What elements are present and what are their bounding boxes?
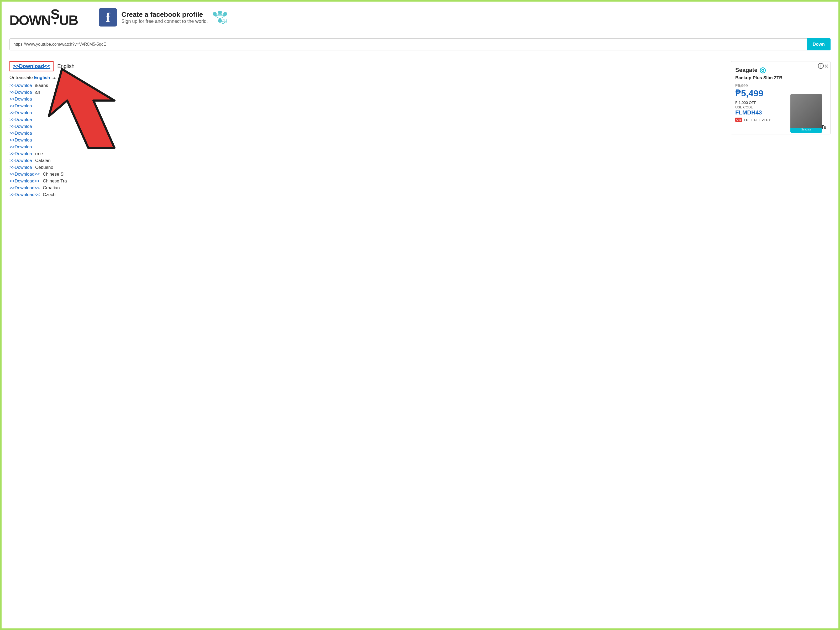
- facebook-icon: f: [99, 8, 117, 27]
- promo-code: FLMDH43: [735, 109, 792, 116]
- fb-text: Create a facebook profile Sign up for fr…: [121, 11, 208, 24]
- seagate-name: Seagate: [735, 67, 757, 74]
- svg-point-1: [218, 11, 222, 14]
- header: DOWNS▼UB f Create a facebook profile Sig…: [2, 2, 838, 33]
- primary-download-row: >>Download<< English: [9, 61, 723, 71]
- list-item: >>Downloa: [9, 96, 723, 102]
- download-link-chinese-simplified[interactable]: >>Download<<: [9, 172, 39, 177]
- download-link-6[interactable]: >>Downloa: [9, 117, 32, 122]
- logo-area: DOWNS▼UB: [9, 6, 78, 28]
- list-item: >>Downloa: [9, 131, 723, 136]
- list-item: >>Downloa: [9, 110, 723, 115]
- price-old: ₱5,990: [735, 83, 792, 88]
- language-list: >>Downloa ikaans >>Downloa an >>Downloa …: [9, 83, 723, 197]
- svg-point-10: [222, 22, 224, 24]
- lang-chinese-simplified: Chinese Si: [43, 172, 64, 177]
- download-link-5[interactable]: >>Downloa: [9, 110, 32, 115]
- list-item: >>Downloa: [9, 103, 723, 109]
- url-input[interactable]: [9, 38, 807, 51]
- list-item: >>Downloa: [9, 124, 723, 129]
- list-item: >>Downloa ikaans: [9, 83, 723, 88]
- translate-intro: Or translate English to:: [9, 75, 723, 81]
- lang-croatian: Croatian: [43, 185, 60, 191]
- lang-czech: Czech: [43, 192, 55, 197]
- translate-lang: English: [34, 75, 50, 80]
- translate-suffix: to:: [51, 75, 57, 80]
- product-title: Backup Plus Slim 2TB: [735, 75, 826, 81]
- ad-info-icon[interactable]: i: [818, 63, 824, 69]
- download-link-7[interactable]: >>Downloa: [9, 124, 32, 129]
- left-panel: >>Download<< English Or translate Englis…: [9, 61, 723, 199]
- lang-albanian: an: [35, 90, 40, 95]
- free-delivery-text: FREE DELIVERY: [744, 118, 771, 122]
- svg-point-12: [224, 21, 227, 23]
- download-link-catalan[interactable]: >>Downloa: [9, 158, 32, 163]
- list-item: >>Download<< Croatian: [9, 185, 723, 191]
- ad-close-area: i ✕: [818, 63, 829, 69]
- fb-banner: f Create a facebook profile Sign up for …: [99, 8, 227, 27]
- list-item: >>Downloa Cebuano: [9, 165, 723, 170]
- use-code-label: USE CODE: [735, 105, 792, 109]
- lang-catalan: Catalan: [35, 158, 51, 163]
- list-item: >>Downloa an: [9, 90, 723, 95]
- people-group-icon: [212, 11, 228, 24]
- price-new: ₱5,499: [735, 88, 792, 98]
- list-item: >>Downloa rme: [9, 151, 723, 156]
- seagate-swirl-icon: ◎: [759, 66, 766, 74]
- right-panel: i ✕ Seagate ◎ Backup Plus Slim 2TB ₱5,99…: [731, 61, 831, 199]
- download-link-albanian[interactable]: >>Downloa: [9, 90, 32, 95]
- product-image: Seagate: [790, 94, 822, 133]
- logo: DOWNS▼UB: [9, 6, 78, 28]
- download-link-10[interactable]: >>Downloa: [9, 144, 32, 150]
- ad-close-button[interactable]: ✕: [824, 63, 829, 69]
- download-link-4[interactable]: >>Downloa: [9, 103, 32, 109]
- seagate-brand: Seagate ◎: [735, 66, 826, 74]
- lang-armenian: rme: [35, 151, 43, 156]
- list-item: >>Download<< Chinese Si: [9, 172, 723, 177]
- svg-line-8: [220, 16, 225, 19]
- main-content: >>Download<< English Or translate Englis…: [2, 56, 838, 204]
- search-area: Down: [2, 33, 838, 56]
- svg-point-6: [218, 19, 222, 22]
- list-item: >>Downloa: [9, 144, 723, 150]
- download-link-croatian[interactable]: >>Download<<: [9, 185, 39, 191]
- free-delivery: O·S FREE DELIVERY: [735, 118, 792, 122]
- list-item: >>Downloa: [9, 117, 723, 122]
- fb-subtitle: Sign up for free and connect to the worl…: [121, 19, 208, 24]
- list-item: >>Downloa: [9, 137, 723, 143]
- ad-container: i ✕ Seagate ◎ Backup Plus Slim 2TB ₱5,99…: [731, 61, 831, 134]
- delivery-icon: O·S: [735, 118, 742, 122]
- fb-title: Create a facebook profile: [121, 11, 208, 19]
- download-link-8[interactable]: >>Downloa: [9, 131, 32, 136]
- list-item: >>Downloa Catalan: [9, 158, 723, 163]
- truemart-ph: E: [824, 126, 826, 129]
- svg-point-11: [225, 19, 227, 21]
- download-link-box: >>Download<<: [9, 61, 54, 71]
- download-button[interactable]: Down: [807, 38, 831, 51]
- list-item: >>Download<< Chinese Tra: [9, 178, 723, 184]
- discount-info: ₱ 1,000 OFF: [735, 101, 792, 105]
- lang-cebuano: Cebuano: [35, 165, 53, 170]
- download-link-3[interactable]: >>Downloa: [9, 96, 32, 102]
- download-link-cebuano[interactable]: >>Downloa: [9, 165, 32, 170]
- download-link-9[interactable]: >>Downloa: [9, 137, 32, 143]
- list-item: >>Download<< Czech: [9, 192, 723, 197]
- download-link-czech[interactable]: >>Download<<: [9, 192, 39, 197]
- lang-afrikaans: ikaans: [35, 83, 48, 88]
- translate-section: Or translate English to:: [9, 75, 723, 81]
- lang-chinese-traditional: Chinese Tra: [43, 178, 67, 184]
- download-link-armenian[interactable]: >>Downloa: [9, 151, 32, 156]
- primary-lang-label: English: [57, 63, 74, 69]
- download-link-chinese-traditional[interactable]: >>Download<<: [9, 178, 39, 184]
- svg-line-7: [215, 16, 220, 19]
- download-link-afrikaans[interactable]: >>Downloa: [9, 83, 32, 88]
- svg-point-9: [222, 20, 224, 22]
- primary-download-link[interactable]: >>Download<<: [13, 63, 50, 69]
- fb-people-icons: [212, 11, 228, 24]
- translate-intro-text: Or translate: [9, 75, 33, 80]
